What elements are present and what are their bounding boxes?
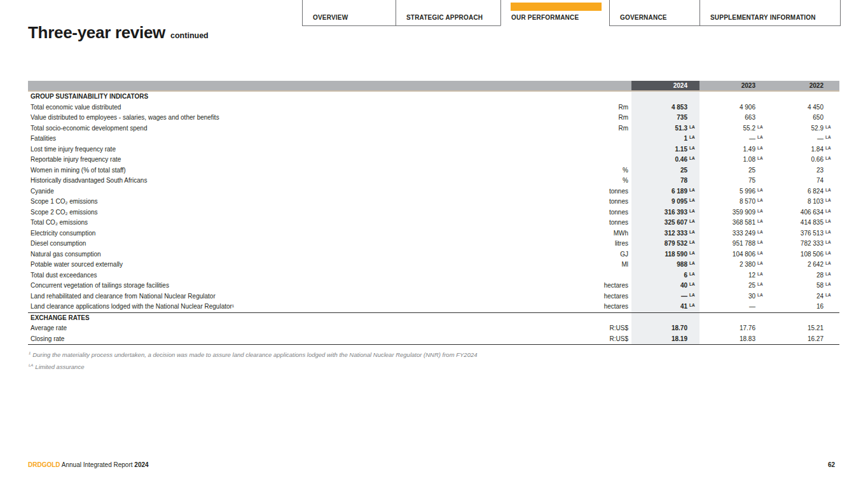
tab-label: OUR PERFORMANCE: [511, 14, 579, 21]
tab-supplementary-information[interactable]: SUPPLEMENTARY INFORMATION: [699, 0, 841, 26]
active-tab-indicator: [511, 3, 602, 11]
limited-assurance-marker: LA: [687, 186, 699, 197]
limited-assurance-marker: [823, 92, 836, 102]
limited-assurance-marker: LA: [687, 144, 699, 155]
value-cell-2023: —LA: [699, 134, 768, 144]
limited-assurance-marker: LA: [823, 239, 836, 249]
row-label: Fatalities: [28, 134, 581, 144]
tab-overview[interactable]: OVERVIEW: [302, 0, 396, 26]
cell-value: 1.49: [699, 144, 755, 155]
value-cell-2022: [768, 313, 836, 324]
row-unit: hectares: [581, 291, 628, 302]
cell-value: 368 581: [699, 218, 755, 228]
row-unit: GJ: [581, 249, 628, 260]
value-cell-2022: 0.66LA: [768, 155, 836, 165]
value-cell-2023: 1.08LA: [699, 155, 768, 165]
footnote: LALimited assurance: [29, 360, 839, 372]
row-end-spacer: [836, 323, 839, 334]
value-cell-2022: 16.27: [768, 334, 836, 345]
row-end-spacer: [836, 134, 839, 144]
limited-assurance-marker: LA: [687, 155, 699, 165]
value-cell-2024: —LA: [631, 291, 699, 302]
value-cell-2023: 333 249LA: [699, 228, 768, 239]
year-header-2022: 2022: [768, 81, 836, 90]
value-cell-2023: —: [699, 302, 768, 312]
limited-assurance-marker: [823, 334, 836, 345]
limited-assurance-marker: LA: [687, 270, 699, 281]
row-label: Total dust exceedances: [28, 270, 581, 281]
top-navigation: OVERVIEWSTRATEGIC APPROACHOUR PERFORMANC…: [302, 0, 841, 26]
row-unit: Ml: [581, 260, 628, 270]
table-row: Cyanidetonnes6 189LA5 996LA6 824LA: [28, 186, 839, 197]
cell-value: 4 853: [631, 102, 687, 113]
cell-value: 406 634: [768, 207, 823, 218]
cell-value: 78: [631, 176, 687, 186]
row-label: Land rehabilitated and clearance from Na…: [28, 291, 581, 302]
value-cell-2023: 663: [699, 113, 768, 123]
tab-governance[interactable]: GOVERNANCE: [609, 0, 699, 26]
value-cell-2024: 879 532LA: [631, 239, 699, 249]
report-footer: DRDGOLD Annual Integrated Report 2024: [28, 461, 149, 468]
table-bottom-rule: [28, 344, 839, 345]
limited-assurance-marker: LA: [823, 260, 836, 270]
cell-value: 1.15: [631, 144, 687, 155]
value-cell-2024: 6LA: [631, 270, 699, 281]
tab-our-performance[interactable]: OUR PERFORMANCE: [500, 0, 609, 26]
cell-value: 12: [699, 270, 755, 281]
cell-value: [631, 92, 687, 102]
cell-value: 376 513: [768, 228, 823, 239]
value-cell-2023: 25LA: [699, 281, 768, 291]
row-end-spacer: [836, 313, 839, 324]
row-end-spacer: [836, 334, 839, 345]
cell-value: [768, 92, 823, 102]
row-end-spacer: [836, 102, 839, 113]
row-unit: Rm: [581, 102, 628, 113]
table-row: Value distributed to employees - salarie…: [28, 113, 839, 123]
row-label: Total CO₂ emissions: [28, 218, 581, 228]
value-cell-2023: 2 380LA: [699, 260, 768, 270]
cell-value: —: [699, 302, 755, 312]
row-unit: tonnes: [581, 197, 628, 207]
cell-value: [631, 313, 687, 324]
row-end-spacer: [836, 270, 839, 281]
limited-assurance-marker: LA: [687, 302, 699, 312]
value-cell-2023: 12LA: [699, 270, 768, 281]
cell-value: 25: [699, 281, 755, 291]
value-cell-2022: 74: [768, 176, 836, 186]
row-label: Scope 2 CO₂ emissions: [28, 207, 581, 218]
limited-assurance-marker: [755, 165, 768, 176]
value-cell-2022: 4 450: [768, 102, 836, 113]
value-cell-2023: 368 581LA: [699, 218, 768, 228]
value-cell-2022: 782 333LA: [768, 239, 836, 249]
row-unit: tonnes: [581, 207, 628, 218]
cell-value: 333 249: [699, 228, 755, 239]
cell-value: 6: [631, 270, 687, 281]
value-cell-2024: [631, 313, 699, 324]
row-end-spacer: [836, 207, 839, 218]
cell-value: 0.66: [768, 155, 823, 165]
limited-assurance-marker: LA: [823, 134, 836, 144]
row-end-spacer: [836, 260, 839, 270]
row-end-spacer: [836, 249, 839, 260]
limited-assurance-marker: LA: [823, 186, 836, 197]
value-cell-2023: 104 806LA: [699, 249, 768, 260]
page-title: Three-year reviewcontinued: [28, 23, 209, 43]
cell-value: [699, 92, 755, 102]
section-row: EXCHANGE RATES: [28, 312, 839, 324]
limited-assurance-marker: LA: [755, 270, 768, 281]
row-label: Lost time injury frequency rate: [28, 144, 581, 155]
cell-value: 1: [631, 134, 687, 144]
table-row: Electricity consumptionMWh312 333LA333 2…: [28, 228, 839, 239]
cell-value: 41: [631, 302, 687, 312]
row-unit: [581, 155, 628, 165]
value-cell-2022: 8 103LA: [768, 197, 836, 207]
limited-assurance-marker: LA: [755, 228, 768, 239]
limited-assurance-marker: LA: [823, 228, 836, 239]
tab-strategic-approach[interactable]: STRATEGIC APPROACH: [396, 0, 500, 26]
value-cell-2022: 406 634LA: [768, 207, 836, 218]
row-label: Value distributed to employees - salarie…: [28, 113, 581, 123]
limited-assurance-marker: [687, 334, 699, 345]
limited-assurance-marker: LA: [687, 281, 699, 291]
footnote-marker: 1: [29, 351, 31, 355]
value-cell-2024: 4 853: [631, 102, 699, 113]
